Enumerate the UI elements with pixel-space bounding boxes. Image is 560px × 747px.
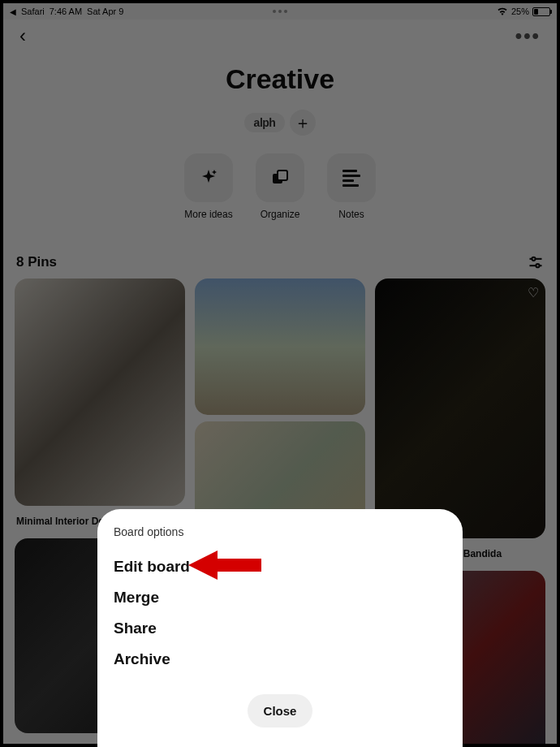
share-option[interactable]: Share <box>114 613 446 644</box>
board-options-sheet: Board options Edit board Merge Share Arc… <box>97 509 463 747</box>
sheet-title: Board options <box>114 525 446 538</box>
merge-option[interactable]: Merge <box>114 582 446 613</box>
edit-board-option[interactable]: Edit board <box>114 551 446 582</box>
close-button[interactable]: Close <box>248 694 313 728</box>
archive-option[interactable]: Archive <box>114 644 446 675</box>
